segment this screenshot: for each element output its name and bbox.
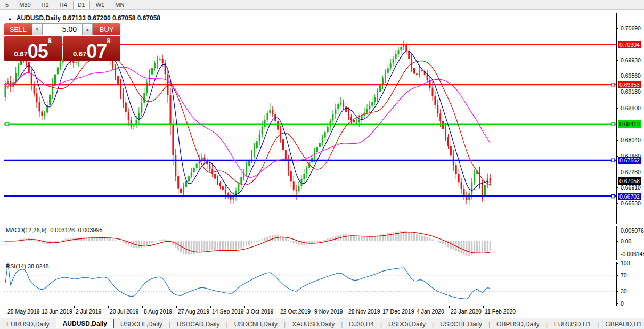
date-tick xyxy=(279,306,279,308)
chart-tab-audusd-daily[interactable]: AUDUSD,Daily xyxy=(56,319,114,328)
axis-tick-label: 0.69930 xyxy=(621,57,641,63)
date-tick xyxy=(74,306,75,308)
date-tick-label: 4 Jan 2020 xyxy=(417,308,444,315)
chart-tab-gbpaud-h1[interactable]: GBPAUD,H1 xyxy=(599,319,644,329)
chart-tab-xauusd-daily[interactable]: XAUUSD,Daily xyxy=(286,319,341,329)
date-tick-label: 2 Jul 2019 xyxy=(76,308,101,315)
chart-title: ▲ AUDUSD,Daily 0.67133 0.67200 0.67058 0… xyxy=(7,14,160,22)
date-tick xyxy=(483,306,484,308)
one-click-trade-panel: SELL ▼ ▲ BUY 0.67 05 8 0.67 07 8 xyxy=(4,23,120,61)
chart-tab-eurusd-daily[interactable]: EURUSD,Daily xyxy=(0,319,56,329)
date-tick-label: 13 Jun 2019 xyxy=(42,308,72,315)
date-tick-label: 9 Nov 2019 xyxy=(314,308,343,315)
axis-tick xyxy=(616,108,618,109)
rsi-pane-separator[interactable] xyxy=(4,260,617,262)
volume-input[interactable] xyxy=(43,23,82,35)
macd-name: MACD(12,26,9) xyxy=(6,227,46,233)
axis-tick-label: 0.005076 xyxy=(621,227,644,234)
volume-increase-button[interactable]: ▲ xyxy=(82,23,93,35)
axis-tick xyxy=(616,76,618,76)
date-tick xyxy=(142,306,143,308)
axis-tick-label: 0.66910 xyxy=(621,184,641,191)
date-tick xyxy=(108,306,109,308)
date-tick xyxy=(176,306,177,308)
axis-tick xyxy=(616,140,618,141)
rsi-pane-label: RSI(14) 38.8248 xyxy=(6,263,49,269)
sell-button[interactable]: SELL xyxy=(4,23,32,35)
rsi-value: 38.8248 xyxy=(28,263,49,269)
sell-price-prefix: 0.67 xyxy=(14,50,27,58)
collapse-triangle-icon[interactable]: ▲ xyxy=(7,16,12,21)
chart-tab-usdchf-daily[interactable]: USDCHF,Daily xyxy=(114,319,169,329)
chart-tab-usdoil-daily[interactable]: USDOil,Daily xyxy=(382,319,432,329)
date-tick-label: 23 Jan 2020 xyxy=(451,308,482,315)
date-tick xyxy=(347,306,347,308)
date-tick xyxy=(449,306,450,308)
date-tick xyxy=(313,306,313,308)
sell-price-button[interactable]: 0.67 05 8 xyxy=(4,36,62,61)
chart-tab-usdcad-daily[interactable]: USDCAD,Daily xyxy=(170,319,226,329)
axis-tick xyxy=(616,60,618,61)
sell-price-big: 05 xyxy=(28,44,48,60)
axis-tick-label: 0.66530 xyxy=(621,200,641,207)
candlesticks xyxy=(5,41,491,205)
price-level-badge: 0.67552 xyxy=(618,157,641,164)
moving-averages xyxy=(5,51,490,195)
price-level-badge: 0.69353 xyxy=(618,81,641,88)
axis-tick xyxy=(616,254,618,254)
macd-pane-separator[interactable] xyxy=(4,224,617,226)
axis-tick xyxy=(616,275,618,276)
axis-tick-label: 70 xyxy=(621,272,627,278)
volume-decrease-button[interactable]: ▼ xyxy=(32,23,43,35)
buy-price-big: 07 xyxy=(86,44,107,60)
axis-tick-label: 0.69560 xyxy=(621,72,641,79)
ma-6-line xyxy=(5,51,490,195)
axis-tick xyxy=(616,92,618,92)
buy-button[interactable]: BUY xyxy=(93,23,120,35)
chart-tab-dj30-h4[interactable]: DJ30,H4 xyxy=(343,319,380,329)
axis-tick xyxy=(616,263,618,264)
axis-tick xyxy=(616,28,618,29)
date-tick xyxy=(415,306,415,308)
date-axis[interactable]: 25 May 201913 Jun 20192 Jul 201920 Jul 2… xyxy=(4,306,616,317)
date-tick-label: 17 Dec 2019 xyxy=(382,308,414,315)
price-level-badge: 0.70304 xyxy=(618,41,641,48)
chart-tab-eurusd-h1[interactable]: EURUSD,H1 xyxy=(548,319,597,329)
axis-tick-label: 0.67280 xyxy=(621,169,641,175)
macd-indicator xyxy=(5,231,491,256)
date-tick xyxy=(210,306,211,308)
axis-tick xyxy=(616,231,618,231)
chart-symbol-label: AUDUSD,Daily xyxy=(17,14,61,22)
macd-values: -0.003126 -0.003995 xyxy=(48,227,102,233)
date-tick-label: 27 Aug 2019 xyxy=(178,308,209,315)
chart-tab-usdcnh-daily[interactable]: USDCNH,Daily xyxy=(228,319,284,329)
date-tick-label: 8 Aug 2019 xyxy=(144,308,172,315)
date-tick-label: 25 May 2019 xyxy=(7,308,40,315)
date-tick-label: 28 Nov 2019 xyxy=(348,308,380,315)
chart-tab-usdchf-daily[interactable]: USDCHF,Daily xyxy=(434,319,488,329)
spin-up-icon: ▲ xyxy=(85,27,89,32)
rsi-indicator xyxy=(4,263,616,299)
spin-down-icon: ▼ xyxy=(35,27,39,32)
sell-price-pip: 8 xyxy=(48,37,52,45)
axis-tick xyxy=(616,187,618,188)
date-tick xyxy=(244,306,245,308)
chart-ohlc-quotes: 0.67133 0.67200 0.67058 0.67058 xyxy=(63,14,161,22)
axis-tick-label: 0.68800 xyxy=(621,105,641,111)
axis-tick-label: -0.006148 xyxy=(621,251,644,257)
buy-price-button[interactable]: 0.67 07 8 xyxy=(63,36,121,61)
axis-tick xyxy=(616,203,618,204)
axis-tick xyxy=(616,172,618,172)
chart-tab-gbpusd-daily[interactable]: GBPUSD,Daily xyxy=(490,319,546,329)
date-tick-label: 3 Oct 2019 xyxy=(246,308,273,315)
chart-tab-bar: EURUSD,DailyAUDUSD,DailyUSDCHF,Daily|USD… xyxy=(0,318,644,329)
axis-tick-label: 100 xyxy=(621,260,630,266)
axis-tick xyxy=(616,241,618,242)
mt4-window: 5M30H1H4D1W1MN ▲ AUDUSD,Daily 0.67133 0.… xyxy=(0,0,644,329)
ma-14-line xyxy=(5,57,490,185)
price-axis[interactable]: 0.706900.699300.695600.691800.688000.680… xyxy=(616,13,644,306)
axis-tick-label: 0.70690 xyxy=(621,25,641,31)
buy-price-pip: 8 xyxy=(107,37,110,45)
price-level-badge: 0.68413 xyxy=(618,120,641,128)
axis-tick xyxy=(616,291,618,292)
